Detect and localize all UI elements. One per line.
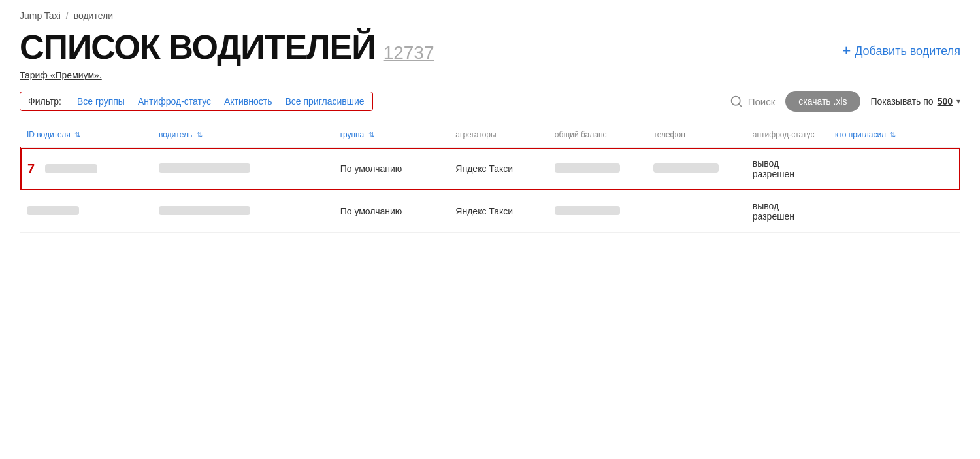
blurred-balance <box>555 206 620 215</box>
table-row[interactable]: 7 По умолчанию Яндекс Такси вывод разреш… <box>20 148 960 190</box>
col-aggregators-label: агрегаторы <box>455 130 496 139</box>
col-header-driver: водитель ⇅ <box>152 125 334 148</box>
col-header-phone: телефон <box>647 125 745 148</box>
col-header-balance: общий баланс <box>548 125 647 148</box>
filter-label: Фильтр: <box>28 96 61 107</box>
tariff-line: Тариф «Премиум». <box>20 70 960 80</box>
cell-id <box>20 190 152 233</box>
table-row[interactable]: По умолчанию Яндекс Такси вывод разрешен <box>20 190 960 233</box>
cell-invited <box>828 190 960 233</box>
driver-count: 12737 <box>384 42 434 63</box>
cell-phone <box>647 148 745 190</box>
cell-aggregators: Яндекс Такси <box>449 190 547 233</box>
add-driver-label: Добавить водителя <box>855 44 960 58</box>
search-label: Поиск <box>748 96 776 107</box>
header-row: СПИСОК ВОДИТЕЛЕЙ 12737 + Добавить водите… <box>20 30 960 66</box>
sort-icon-group[interactable]: ⇅ <box>368 131 374 139</box>
page-title: СПИСОК ВОДИТЕЛЕЙ <box>20 30 376 64</box>
col-id-label: ID водителя <box>27 130 71 139</box>
cell-invited <box>828 148 960 190</box>
cell-balance <box>548 148 647 190</box>
col-invited-label: кто пригласил <box>835 130 886 139</box>
breadcrumb-home[interactable]: Jump Taxi <box>20 10 61 21</box>
cell-balance <box>548 190 647 233</box>
title-group: СПИСОК ВОДИТЕЛЕЙ 12737 <box>20 30 434 66</box>
col-header-invited: кто пригласил ⇅ <box>828 125 960 148</box>
filter-all-inviters[interactable]: Все пригласившие <box>285 96 364 107</box>
cell-id: 7 <box>20 148 152 190</box>
svg-line-1 <box>739 104 742 107</box>
blurred-driver <box>159 206 250 215</box>
chevron-down-icon: ▾ <box>956 97 960 106</box>
download-button[interactable]: скачать .xls <box>785 91 860 112</box>
filter-right: Поиск скачать .xls Показывать по 500 ▾ <box>730 91 960 112</box>
filter-row: Фильтр: Все группы Антифрод-статус Актив… <box>20 91 960 112</box>
cell-antifrod: вывод разрешен <box>746 148 828 190</box>
filter-activity[interactable]: Активность <box>224 96 272 107</box>
sort-icon-driver[interactable]: ⇅ <box>197 131 203 139</box>
drivers-table: ID водителя ⇅ водитель ⇅ группа ⇅ агрега… <box>20 125 960 233</box>
blurred-balance <box>555 163 620 173</box>
cell-aggregators: Яндекс Такси <box>449 148 547 190</box>
cell-phone <box>647 190 745 233</box>
search-area[interactable]: Поиск <box>730 95 776 108</box>
per-page-value: 500 <box>938 96 953 107</box>
breadcrumb-current: водители <box>74 10 113 21</box>
search-icon <box>730 95 743 108</box>
table-body: 7 По умолчанию Яндекс Такси вывод разреш… <box>20 148 960 233</box>
cell-antifrod: вывод разрешен <box>746 190 828 233</box>
table-header: ID водителя ⇅ водитель ⇅ группа ⇅ агрега… <box>20 125 960 148</box>
cell-driver <box>152 190 334 233</box>
sort-icon-id[interactable]: ⇅ <box>74 131 80 139</box>
plus-icon: + <box>842 42 851 60</box>
col-header-antifrod: антифрод-статус <box>746 125 828 148</box>
col-driver-label: водитель <box>159 130 192 139</box>
page-wrapper: Jump Taxi / водители СПИСОК ВОДИТЕЛЕЙ 12… <box>0 0 980 459</box>
blurred-driver <box>159 163 250 173</box>
cell-group: По умолчанию <box>334 148 449 190</box>
add-driver-button[interactable]: + Добавить водителя <box>842 42 960 66</box>
filter-all-groups[interactable]: Все группы <box>77 96 125 107</box>
col-header-aggregators: агрегаторы <box>449 125 547 148</box>
filter-antifrod[interactable]: Антифрод-статус <box>138 96 211 107</box>
breadcrumb: Jump Taxi / водители <box>20 10 960 21</box>
blurred-phone <box>653 163 719 173</box>
sort-icon-invited[interactable]: ⇅ <box>890 131 896 139</box>
per-page-label: Показывать по <box>871 96 934 107</box>
filter-box: Фильтр: Все группы Антифрод-статус Актив… <box>20 92 373 111</box>
col-header-id: ID водителя ⇅ <box>20 125 152 148</box>
per-page-selector[interactable]: Показывать по 500 ▾ <box>871 96 960 107</box>
col-phone-label: телефон <box>653 130 685 139</box>
cell-driver <box>152 148 334 190</box>
breadcrumb-separator: / <box>66 10 69 21</box>
blurred-id <box>45 164 97 173</box>
col-header-group: группа ⇅ <box>334 125 449 148</box>
col-group-label: группа <box>340 130 365 139</box>
blurred-id <box>27 206 79 215</box>
col-balance-label: общий баланс <box>555 130 607 139</box>
cell-group: По умолчанию <box>334 190 449 233</box>
col-antifrod-label: антифрод-статус <box>753 130 815 139</box>
